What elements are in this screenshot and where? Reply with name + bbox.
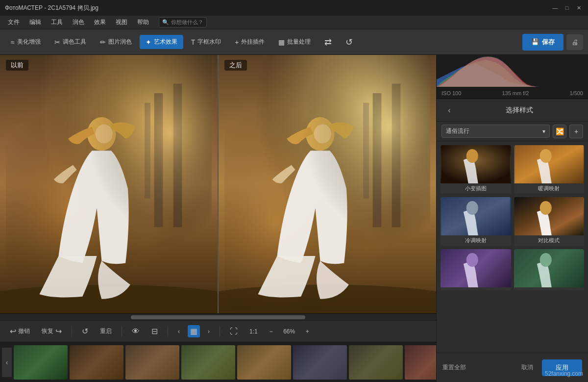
rotate-icon: ↺ [82, 327, 88, 336]
style-item-extra-2[interactable] [514, 249, 585, 298]
style-item-warm-map[interactable]: 暖调映射 [514, 145, 585, 194]
film-thumb-7[interactable] [349, 345, 403, 380]
tool-watermark[interactable]: T 字框水印 [185, 35, 227, 49]
before-panel: 以前 [0, 55, 219, 313]
art-effect-icon: ✦ [146, 38, 151, 46]
style-thumb-warm [514, 145, 585, 183]
back-button[interactable]: ‹ [442, 103, 456, 117]
tool-batch[interactable]: ▦ 批量处理 [272, 35, 317, 49]
menu-tools[interactable]: 工具 [47, 17, 67, 28]
film-thumb-3[interactable] [125, 345, 179, 380]
filmstrip-prev-button[interactable]: ‹ [2, 348, 12, 377]
exif-bar: ISO 100 135 mm f/2 1/500 [437, 88, 588, 98]
tool-plugin[interactable]: + 外挂插件 [229, 35, 270, 49]
menu-view[interactable]: 视图 [112, 17, 131, 28]
prev-image-button[interactable]: ‹ [174, 326, 184, 337]
svg-point-24 [466, 201, 478, 215]
style-label-extra-1 [441, 287, 511, 290]
close-button[interactable]: ✕ [574, 3, 583, 12]
style-thumb-contrast [514, 197, 585, 235]
style-preview-vignette [441, 145, 511, 183]
extra-btn-1[interactable]: ⇄ [318, 34, 338, 51]
reset-all-button[interactable]: 重置全部 [442, 363, 466, 372]
cancel-button[interactable]: 取消 [521, 363, 533, 372]
current-view-button[interactable]: ▦ [188, 325, 200, 337]
zoom-out-button[interactable]: − [266, 326, 277, 337]
film-thumb-4[interactable] [181, 345, 235, 380]
search-box[interactable]: 🔍 你想做什么？ [159, 17, 207, 27]
menu-help[interactable]: 帮助 [133, 17, 153, 28]
redo-button[interactable]: 恢复 ↪ [38, 325, 66, 338]
film-thumb-2[interactable] [70, 345, 123, 380]
plus-icon: + [574, 127, 578, 135]
film-thumb-5[interactable] [237, 345, 291, 380]
undo-button[interactable]: ↩ 撤销 [6, 325, 34, 338]
split-view-button[interactable]: ⊟ [147, 325, 162, 338]
menubar: 文件 编辑 工具 润色 效果 视图 帮助 🔍 你想做什么？ [0, 16, 588, 29]
window-title: ФотоМАСТЕР - 2C1A5794 拷贝.jpg [5, 4, 551, 12]
style-item-vignette[interactable]: 小变插图 [441, 145, 511, 194]
next-icon: › [208, 328, 210, 335]
watermark: 52fanxing.com [545, 370, 583, 377]
tool-color-tool[interactable]: ✂ 调色工具 [49, 35, 92, 49]
exif-shutter: 1/500 [569, 90, 583, 96]
menu-effects[interactable]: 效果 [90, 17, 110, 28]
tool-art-effect[interactable]: ✦ 艺术效果 [140, 35, 183, 49]
canvas-scrollbar[interactable] [0, 313, 436, 320]
extra-btn-2[interactable]: ↺ [340, 34, 359, 51]
print-button[interactable]: 🖨 [566, 34, 583, 50]
film-thumb-1[interactable] [14, 345, 68, 380]
woman-silhouette-after [219, 55, 436, 313]
zoom-1-1-button[interactable]: 1:1 [245, 326, 262, 337]
shuffle-icon: 🔀 [556, 127, 564, 135]
search-icon: 🔍 [162, 19, 169, 25]
right-bottom-panel: 重置全部 取消 应用 [437, 353, 588, 382]
style-row-3 [441, 249, 584, 298]
sep-4 [220, 326, 220, 337]
zoom-level: 66% [281, 328, 298, 335]
style-item-cool-map[interactable]: 冷调映射 [441, 197, 511, 246]
tool-photo-color[interactable]: ✏ 图片润色 [94, 35, 138, 49]
save-button[interactable]: 💾 保存 [522, 34, 564, 51]
category-dropdown[interactable]: 通俗流行 ▾ [441, 125, 550, 138]
sep-3 [168, 326, 168, 337]
scrollbar-thumb[interactable] [131, 315, 305, 319]
next-image-button[interactable]: › [204, 326, 214, 337]
zoom-out-icon: − [270, 328, 273, 335]
rotate-button[interactable]: ↺ [78, 325, 92, 338]
style-row-1: 小变插图 [441, 145, 584, 194]
eye-button[interactable]: 👁 [128, 325, 144, 338]
add-style-button[interactable]: + [569, 125, 583, 138]
menu-color[interactable]: 润色 [69, 17, 88, 28]
svg-point-20 [466, 149, 478, 163]
style-label-contrast: 对比模式 [514, 235, 585, 246]
menu-file[interactable]: 文件 [4, 17, 24, 28]
split-icon: ⊟ [151, 327, 158, 336]
style-label-warm-map: 暖调映射 [514, 183, 585, 194]
redo-icon: ↪ [55, 327, 62, 336]
style-preview-warm [514, 145, 585, 183]
chevron-down-icon: ▾ [542, 128, 545, 135]
tool-enhance[interactable]: ≈ 美化增强 [5, 35, 47, 49]
shuffle-button[interactable]: 🔀 [553, 125, 566, 138]
style-item-contrast[interactable]: 对比模式 [514, 197, 585, 246]
maximize-button[interactable]: □ [563, 3, 571, 12]
style-preview-contrast [514, 197, 585, 235]
style-row-2: 冷调映射 [441, 197, 584, 246]
photo-color-icon: ✏ [100, 38, 106, 46]
preview-container: 以前 [0, 55, 436, 313]
style-item-extra-1[interactable] [441, 249, 511, 298]
sep-2 [122, 326, 122, 337]
zoom-in-icon: + [306, 328, 309, 335]
svg-point-22 [539, 149, 551, 163]
menu-edit[interactable]: 编辑 [25, 17, 45, 28]
style-label-cool-map: 冷调映射 [441, 235, 511, 246]
style-preview-cool [441, 197, 511, 235]
minimize-button[interactable]: — [551, 3, 560, 12]
reset-button[interactable]: 重启 [96, 325, 116, 337]
titlebar: ФотоМАСТЕР - 2C1A5794 拷贝.jpg — □ ✕ [0, 0, 588, 16]
film-thumb-8[interactable] [405, 345, 436, 380]
film-thumb-6[interactable] [293, 345, 347, 380]
zoom-in-button[interactable]: + [302, 326, 313, 337]
fit-screen-button[interactable]: ⛶ [226, 325, 242, 338]
